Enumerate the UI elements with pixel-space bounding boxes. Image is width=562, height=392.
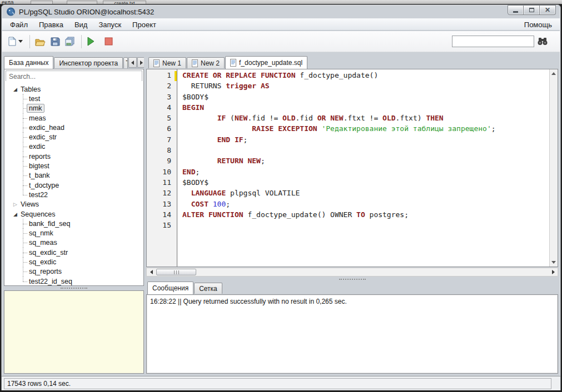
tree-item-bank-fid-seq[interactable]: bank_fid_seq — [4, 219, 143, 228]
tree-item-t-bank[interactable]: t_bank — [4, 171, 143, 180]
minimize-icon — [513, 11, 518, 13]
tab-инспектор-проекта[interactable]: Инспектор проекта — [54, 57, 123, 68]
scroll-left-button[interactable] — [147, 268, 156, 276]
editor-tab-new-1[interactable]: New 1 — [148, 57, 186, 68]
tree-item-nmk[interactable]: nmk — [4, 104, 143, 113]
editor-horizontal-scrollbar[interactable] — [146, 268, 558, 277]
code-line[interactable]: IF (NEW.fid != OLD.fid OR NEW.ftxt != OL… — [182, 114, 549, 124]
close-button[interactable]: ✕ — [540, 5, 556, 15]
menu-item-файл[interactable]: Файл — [4, 19, 33, 30]
document-icon — [230, 59, 236, 67]
tree-group-views[interactable]: ▷Views — [4, 200, 143, 209]
code-line[interactable]: RETURN NEW; — [182, 157, 549, 167]
stop-query-button[interactable] — [103, 34, 115, 49]
code-token: ; — [491, 124, 496, 133]
tab-scroll-right-button[interactable] — [137, 57, 144, 68]
expanded-icon[interactable]: ◢ — [13, 87, 21, 92]
line-number-text: 12 — [162, 189, 171, 197]
expanded-icon[interactable]: ◢ — [13, 212, 21, 217]
tree-item-sq-nmk[interactable]: sq_nmk — [4, 228, 143, 238]
new-document-button[interactable] — [7, 34, 24, 49]
arrow-left-icon — [150, 270, 153, 274]
menu-item-правка[interactable]: Правка — [33, 19, 69, 30]
save-all-button[interactable] — [63, 34, 76, 49]
code-line[interactable]: END IF; — [182, 135, 549, 146]
bottom-splitter[interactable] — [146, 277, 558, 282]
arrow-down-icon — [551, 261, 556, 264]
run-query-button[interactable] — [85, 34, 97, 49]
tree-item-sq-exdic[interactable]: sq_exdic — [4, 257, 143, 267]
tree-item-sq-exdic-str[interactable]: sq_exdic_str — [4, 248, 143, 257]
code-token: COST — [191, 200, 208, 208]
code-line[interactable]: RAISE EXCEPTION 'Редактирование этой таб… — [182, 124, 549, 135]
code-line[interactable]: END; — [182, 168, 549, 178]
find-group — [452, 36, 548, 47]
menu-item-проект[interactable]: Проект — [127, 19, 162, 30]
horizontal-scroll-thumb[interactable] — [156, 269, 196, 275]
tree-item-t-doctype[interactable]: t_doctype — [4, 180, 143, 190]
tree-item-sq-meas[interactable]: sq_meas — [4, 238, 143, 248]
code-line[interactable] — [182, 146, 549, 157]
code-line[interactable]: CREATE OR REPLACE FUNCTION f_doctype_upd… — [182, 71, 549, 82]
collapsed-icon[interactable]: ▷ — [13, 202, 21, 207]
thumb-grip-icon — [174, 270, 179, 274]
maximize-button[interactable] — [524, 5, 540, 15]
tree-item-test[interactable]: test — [4, 94, 143, 103]
code-line[interactable]: COST 100; — [182, 200, 549, 210]
code-editor[interactable]: 123456789101112131415 CREATE OR REPLACE … — [146, 69, 558, 267]
scroll-down-button[interactable] — [550, 258, 558, 267]
bottom-tab-сообщения[interactable]: Сообщения — [147, 282, 193, 294]
tree-group-sequences[interactable]: ◢Sequences — [4, 209, 143, 219]
editor-tab-new-2[interactable]: New 2 — [187, 57, 225, 68]
editor-vertical-scrollbar[interactable] — [549, 69, 558, 267]
scroll-right-button[interactable] — [549, 268, 558, 276]
new-document-dropdown-icon[interactable] — [18, 40, 23, 43]
tree-item-test22-id-seq[interactable]: test22_id_seq — [4, 277, 143, 286]
code-line[interactable]: BEGIN — [182, 103, 549, 114]
current-line-marker — [175, 71, 177, 81]
code-token: LANGUAGE — [191, 189, 226, 197]
code-line[interactable]: $BODY$ — [182, 93, 549, 103]
tree-label: reports — [29, 153, 51, 160]
left-splitter[interactable] — [4, 286, 144, 290]
line-number: 7 — [147, 135, 177, 146]
line-number: 15 — [147, 221, 177, 232]
code-area[interactable]: CREATE OR REPLACE FUNCTION f_doctype_upd… — [178, 69, 549, 267]
code-line[interactable]: ALTER FUNCTION f_doctype_update() OWNER … — [182, 210, 549, 221]
code-line[interactable]: LANGUAGE plpgsql VOLATILE — [182, 189, 549, 199]
code-line[interactable]: RETURNS trigger AS — [182, 82, 549, 92]
tree-item-meas[interactable]: meas — [4, 113, 143, 123]
stop-query-icon — [105, 37, 113, 46]
editor-tab-f-doctype-update-sql[interactable]: f_doctype_update.sql — [225, 56, 307, 69]
code-token: OR — [317, 114, 326, 122]
tab-т[interactable]: Т — [123, 57, 128, 68]
code-token: ; — [226, 200, 230, 208]
find-input[interactable] — [452, 36, 534, 47]
tree-item-exdic-str[interactable]: exdic_str — [4, 132, 143, 142]
title-bar[interactable]: PL/pgSQL Studio ORION@localhost:5432 ✕ — [2, 5, 560, 18]
document-icon — [192, 59, 198, 67]
tree-item-test22[interactable]: test22 — [4, 190, 143, 199]
minimize-button[interactable] — [508, 5, 524, 15]
menu-item-запуск[interactable]: Запуск — [93, 19, 127, 30]
tree-item-reports[interactable]: reports — [4, 152, 143, 161]
bottom-tab-сетка[interactable]: Сетка — [194, 283, 222, 294]
code-line[interactable]: $BODY$ — [182, 178, 549, 189]
tree-group-tables[interactable]: ◢Tables — [4, 84, 143, 94]
scroll-up-button[interactable] — [550, 69, 558, 78]
tab-label: Инспектор проекта — [59, 59, 118, 67]
tab-база-данных[interactable]: База данных — [4, 56, 53, 69]
tree-item-exdic-head[interactable]: exdic_head — [4, 123, 143, 132]
save-file-button[interactable] — [49, 34, 62, 49]
menu-item-help[interactable]: Помощь — [519, 19, 558, 30]
menu-item-вид[interactable]: Вид — [69, 19, 93, 30]
tree-item-exdic[interactable]: exdic — [4, 142, 143, 152]
find-binoculars-icon[interactable] — [538, 37, 548, 46]
tab-scroll-left-button[interactable] — [128, 57, 137, 68]
open-file-button[interactable] — [33, 34, 47, 49]
tree-item-bigtest[interactable]: bigtest — [4, 161, 143, 170]
tree-item-sq-reports[interactable]: sq_reports — [4, 267, 143, 277]
tree-search-input[interactable] — [6, 72, 142, 82]
code-line[interactable] — [182, 221, 549, 232]
status-text: 17543 rows 0,14 sec. — [4, 378, 551, 389]
